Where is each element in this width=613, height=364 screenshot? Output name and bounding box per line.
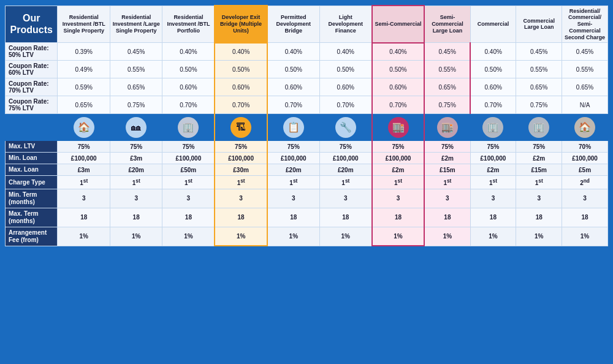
coupon-row: Coupon Rate: 60% LTV0.49%0.55%0.50%0.50%… [6,61,608,78]
data-cell: £100,000 [562,153,608,164]
data-cell: 3 [372,189,424,208]
icon-cell: 🏠 [562,114,608,141]
coupon-label: Coupon Rate: 75% LTV [6,96,58,114]
icon-cell: 🏢 [516,114,562,141]
data-cell: £20m [267,164,319,176]
data-cell: 75% [58,141,110,153]
data-cell: £100,000 [162,153,215,164]
coupon-cell: 0.40% [267,43,319,61]
coupon-cell: 0.70% [470,96,516,114]
data-cell: 1st [424,176,470,189]
data-row: Max. Term (months)1818181818181818181818 [6,208,608,227]
coupon-cell: 0.65% [562,78,608,96]
coupon-label: Coupon Rate: 70% LTV [6,78,58,96]
data-row: Min. Term (months)33333333333 [6,189,608,208]
coupon-cell: N/A [562,96,608,114]
coupon-cell: 0.70% [372,96,424,114]
col-semi-large-header: Semi-Commercial Large Loan [424,6,470,43]
data-cell: 1% [110,227,162,246]
table-body: Coupon Rate: 50% LTV0.39%0.45%0.40%0.40%… [6,43,608,246]
data-cell: 18 [319,208,371,227]
data-cell: 1% [215,227,267,246]
data-row-label: Arrangement Fee (from) [6,227,58,246]
coupon-cell: 0.75% [424,96,470,114]
coupon-cell: 0.40% [470,43,516,61]
data-cell: 1% [267,227,319,246]
coupon-row: Coupon Rate: 70% LTV0.59%0.65%0.60%0.60%… [6,78,608,96]
data-cell: 1% [319,227,371,246]
coupon-cell: 0.65% [424,78,470,96]
coupon-cell: 0.65% [516,78,562,96]
icon-cell: 🏬 [372,114,424,141]
data-cell: 1st [470,176,516,189]
data-cell: £3m [110,153,162,164]
data-cell: £5m [562,164,608,176]
data-cell: 3 [424,189,470,208]
coupon-cell: 0.50% [267,61,319,78]
data-cell: 18 [162,208,215,227]
data-cell: 1% [470,227,516,246]
data-row-label: Min. Loan [6,153,58,164]
data-cell: 18 [215,208,267,227]
coupon-cell: 0.50% [372,61,424,78]
superscript: st [538,178,543,184]
coupon-cell: 0.59% [58,78,110,96]
col-perm-dev-header: Permitted Development Bridge [267,6,319,43]
superscript: st [188,178,192,184]
product-icon: 🏗 [230,117,251,138]
data-cell: 3 [162,189,215,208]
coupon-cell: 0.60% [319,78,371,96]
data-cell: 75% [110,141,162,153]
coupon-cell: 0.65% [110,78,162,96]
data-cell: 1% [372,227,424,246]
data-cell: 18 [470,208,516,227]
product-icon: 🏠 [74,117,94,138]
data-cell: 1% [424,227,470,246]
coupon-label: Coupon Rate: 50% LTV [6,43,58,61]
data-cell: £20m [110,164,162,176]
data-cell: 75% [319,141,371,153]
data-cell: 3 [110,189,162,208]
product-icon: 🏢 [482,117,503,138]
superscript: st [447,178,451,184]
col-comm-large-header: Commercial Large Loan [516,6,562,43]
data-cell: £100,000 [267,153,319,164]
data-row: Arrangement Fee (from)1%1%1%1%1%1%1%1%1%… [6,227,608,246]
data-cell: 3 [267,189,319,208]
data-cell: 3 [470,189,516,208]
data-row: Max. LTV75%75%75%75%75%75%75%75%75%75%70… [6,141,608,153]
coupon-cell: 0.55% [424,61,470,78]
header-row: Our Products Residential Investment /BTL… [6,6,608,43]
data-cell: £100,000 [470,153,516,164]
data-cell: 1st [516,176,562,189]
coupon-cell: 0.55% [110,61,162,78]
data-cell: 1st [372,176,424,189]
data-cell: 1% [162,227,215,246]
data-cell: 3 [516,189,562,208]
data-cell: 75% [162,141,215,153]
product-icon: 🏠 [574,117,595,138]
data-cell: 18 [58,208,110,227]
col-res-large-header: Residential Investment /Large Single Pro… [110,6,162,43]
product-icon: 📋 [283,117,304,138]
data-cell: 75% [215,141,267,153]
coupon-cell: 0.49% [58,61,110,78]
coupon-row: Coupon Rate: 50% LTV0.39%0.45%0.40%0.40%… [6,43,608,61]
data-row: Max. Loan£3m£20m£50m£30m£20m£20m£2m£15m£… [6,164,608,176]
superscript: st [398,178,402,184]
superscript: st [493,178,497,184]
product-icon: 🏢 [528,117,549,138]
coupon-cell: 0.60% [162,78,215,96]
icon-cell: 🏗 [215,114,267,141]
data-cell: 18 [267,208,319,227]
data-cell: £30m [215,164,267,176]
coupon-cell: 0.60% [470,78,516,96]
superscript: st [345,178,349,184]
data-cell: £2m [424,153,470,164]
data-cell: £100,000 [319,153,371,164]
product-icon: 🏬 [388,117,409,138]
col-res-btl-header: Residential Investment /BTL Portfolio [162,6,215,43]
data-cell: 1st [58,176,110,189]
superscript: nd [584,178,590,184]
coupon-cell: 0.45% [110,43,162,61]
